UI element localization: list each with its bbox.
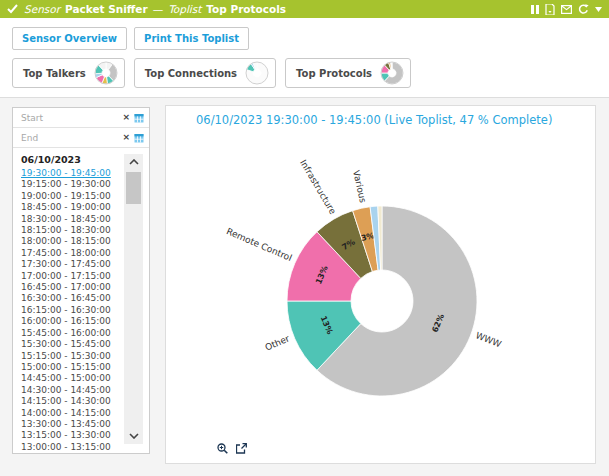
clear-start-icon[interactable]: ×: [122, 113, 130, 122]
sensor-overview-button[interactable]: Sensor Overview: [12, 27, 127, 50]
calendar-icon[interactable]: [134, 113, 144, 123]
time-range-item[interactable]: 16:30:00 - 16:45:00: [21, 293, 121, 304]
pie-thumbnail-icon: [94, 61, 118, 85]
timerange-items: 06/10/2023 19:30:00 - 19:45:0019:15:00 -…: [21, 152, 121, 453]
time-range-item[interactable]: 19:30:00 - 19:45:00: [21, 168, 121, 179]
end-input-row: ×: [13, 128, 149, 148]
time-range-item[interactable]: 13:00:00 - 13:15:00: [21, 442, 121, 453]
time-range-item[interactable]: 17:45:00 - 18:00:00: [21, 248, 121, 259]
time-range-item[interactable]: 15:30:00 - 15:45:00: [21, 339, 121, 350]
time-range-item[interactable]: 13:30:00 - 13:45:00: [21, 419, 121, 430]
chart-label: Remote Control: [225, 226, 293, 263]
time-range-item[interactable]: 14:45:00 - 15:00:00: [21, 373, 121, 384]
time-range-item[interactable]: 17:30:00 - 17:45:00: [21, 259, 121, 270]
calendar-icon[interactable]: [134, 133, 144, 143]
time-range-item[interactable]: 14:30:00 - 14:45:00: [21, 385, 121, 396]
caret-down-icon[interactable]: [595, 7, 602, 12]
chevron-up-icon: [129, 159, 139, 165]
tab-label: Top Protocols: [296, 68, 372, 79]
time-range-item[interactable]: 19:15:00 - 19:30:00: [21, 179, 121, 190]
chevron-down-icon: [129, 433, 139, 439]
protocols-donut-chart: WWW62%Other13%Remote Control13%Infrastru…: [166, 106, 595, 463]
zoom-icon[interactable]: [217, 443, 228, 454]
end-date-input[interactable]: [21, 133, 118, 143]
scrollbar-thumb[interactable]: [126, 172, 141, 204]
scroll-down-button[interactable]: [124, 429, 143, 443]
timerange-filter-panel: × × 06/10/2023 19:30:00 - 19:45:0019:15:…: [12, 107, 150, 454]
toolbar: Sensor Overview Print This Toplist: [12, 27, 249, 50]
header-bar: Sensor Packet Sniffer — Toplist Top Prot…: [0, 0, 609, 18]
time-range-item[interactable]: 18:45:00 - 19:00:00: [21, 202, 121, 213]
scroll-up-button[interactable]: [124, 155, 143, 169]
refresh-icon[interactable]: [578, 4, 589, 15]
breadcrumb-sensor-name[interactable]: Packet Sniffer: [65, 3, 148, 15]
time-range-item[interactable]: 16:00:00 - 16:15:00: [21, 316, 121, 327]
start-input-row: ×: [13, 108, 149, 128]
time-range-item[interactable]: 18:00:00 - 18:15:00: [21, 236, 121, 247]
time-range-item[interactable]: 17:00:00 - 17:15:00: [21, 271, 121, 282]
time-range-item[interactable]: 14:00:00 - 14:15:00: [21, 408, 121, 419]
chart-label: Other: [264, 333, 292, 352]
scrollbar[interactable]: [124, 154, 143, 444]
print-toplist-button[interactable]: Print This Toplist: [134, 27, 249, 50]
pie-thumbnail-icon: [245, 61, 269, 85]
time-range-item[interactable]: 16:45:00 - 17:00:00: [21, 282, 121, 293]
toplist-tabs: Top Talkers Top Connections Top Protocol…: [12, 58, 411, 88]
breadcrumb-sensor-label: Sensor: [24, 3, 60, 15]
tab-top-connections[interactable]: Top Connections: [134, 58, 276, 88]
breadcrumb-toplist-label: Toplist: [168, 3, 201, 15]
tab-top-protocols[interactable]: Top Protocols: [285, 58, 411, 88]
breadcrumb-toplist-name[interactable]: Top Protocols: [206, 3, 286, 15]
time-range-item[interactable]: 19:00:00 - 19:15:00: [21, 191, 121, 202]
date-header: 06/10/2023: [21, 154, 121, 165]
tab-top-talkers[interactable]: Top Talkers: [12, 58, 125, 88]
chart-label: Various: [351, 169, 368, 204]
time-range-item[interactable]: 15:00:00 - 15:15:00: [21, 362, 121, 373]
toplist-chart-panel: 06/10/2023 19:30:00 - 19:45:00 (Live Top…: [165, 105, 596, 464]
email-icon[interactable]: [561, 5, 572, 14]
open-external-icon[interactable]: [236, 443, 247, 454]
start-date-input[interactable]: [21, 113, 118, 123]
time-range-item[interactable]: 16:15:00 - 16:30:00: [21, 305, 121, 316]
pause-icon[interactable]: [531, 5, 539, 14]
time-range-item[interactable]: 18:30:00 - 18:45:00: [21, 214, 121, 225]
check-icon: [7, 4, 18, 14]
chart-label: Infrastructure: [298, 158, 338, 216]
time-range-item[interactable]: 13:15:00 - 13:30:00: [21, 430, 121, 441]
pie-thumbnail-icon: [380, 61, 404, 85]
time-range-item[interactable]: 15:15:00 - 15:30:00: [21, 351, 121, 362]
breadcrumb: Sensor Packet Sniffer — Toplist Top Prot…: [24, 3, 286, 15]
time-range-item[interactable]: 18:15:00 - 18:30:00: [21, 225, 121, 236]
tab-label: Top Talkers: [23, 68, 86, 79]
breadcrumb-separator: —: [153, 3, 164, 15]
chart-footer: [217, 443, 247, 454]
chart-label: WWW: [474, 330, 503, 349]
time-range-item[interactable]: 15:45:00 - 16:00:00: [21, 328, 121, 339]
tab-label: Top Connections: [145, 68, 237, 79]
report-icon[interactable]: [545, 4, 555, 15]
time-range-item[interactable]: 14:15:00 - 14:30:00: [21, 396, 121, 407]
clear-end-icon[interactable]: ×: [122, 133, 130, 142]
timerange-list: 06/10/2023 19:30:00 - 19:45:0019:15:00 -…: [13, 152, 149, 446]
